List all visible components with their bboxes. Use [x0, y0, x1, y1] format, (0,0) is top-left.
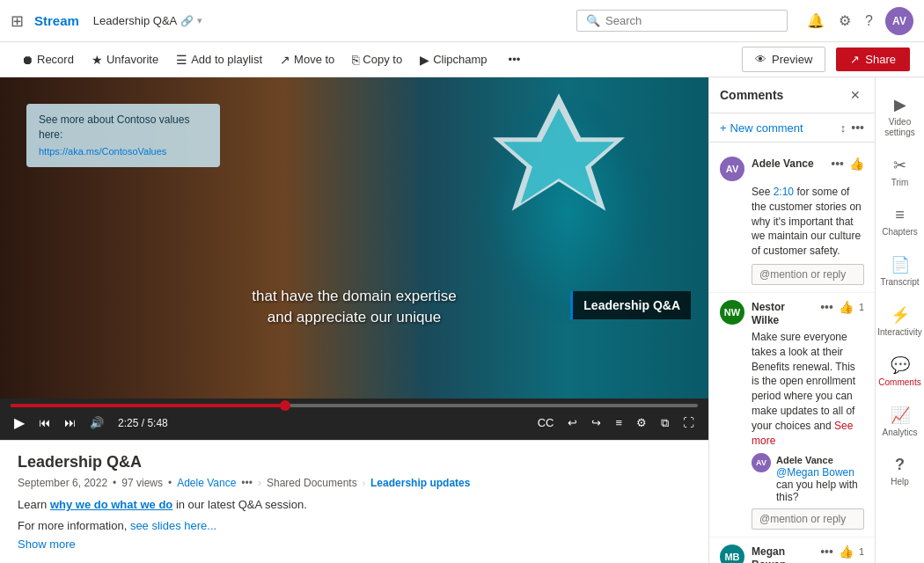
- video-title: Leadership Q&A: [18, 453, 691, 472]
- chapters-button[interactable]: ≡ Chapters: [877, 199, 923, 245]
- new-comment-bar: + New comment ↕ •••: [709, 113, 875, 143]
- reply-input-container: [752, 264, 864, 285]
- commenter-avatar: NW: [720, 300, 744, 325]
- commenter-avatar: MB: [720, 545, 744, 563]
- desc-bold-link[interactable]: why we do what we do: [50, 498, 172, 511]
- share-link-icon[interactable]: 🔗: [180, 15, 194, 27]
- caption-text: See more about Contoso values here:: [39, 113, 208, 143]
- like-button[interactable]: 👍: [839, 300, 854, 314]
- sub-text: @Megan Bowen can you help with this?: [776, 466, 864, 503]
- move-icon: ↗: [280, 53, 290, 67]
- interactivity-label: Interactivity: [877, 327, 922, 338]
- reply-input[interactable]: [752, 264, 864, 285]
- comments-panel: Comments ✕ + New comment ↕ ••• AV Adele: [709, 77, 875, 563]
- toolbar: ⏺ Record ★ Unfavorite ☰ Add to playlist …: [0, 42, 924, 77]
- grid-icon[interactable]: ⊞: [11, 11, 24, 31]
- transcript-toggle[interactable]: ≡: [612, 414, 626, 431]
- comments-side-button[interactable]: 💬 Comments: [877, 348, 923, 395]
- plus-icon: +: [720, 121, 727, 135]
- new-comment-button[interactable]: + New comment: [720, 121, 803, 135]
- move-to-button[interactable]: ↗ Move to: [273, 49, 341, 70]
- settings-button[interactable]: ⚙: [633, 414, 650, 431]
- share-button[interactable]: ↗ Share: [836, 48, 910, 71]
- transcript-button[interactable]: 📄 Transcript: [877, 248, 923, 295]
- add-to-playlist-button[interactable]: ☰ Add to playlist: [169, 49, 269, 70]
- help-side-button[interactable]: ? Help: [877, 449, 923, 494]
- progress-fill: [11, 404, 285, 407]
- search-input[interactable]: [605, 14, 778, 27]
- leadership-badge: Leadership Q&A: [570, 291, 691, 319]
- view-count: 97 views: [121, 477, 163, 489]
- timestamp-link[interactable]: 2:10: [774, 186, 794, 198]
- forward10-button[interactable]: ↪: [588, 414, 605, 431]
- clipchamp-icon: ▶: [420, 53, 429, 67]
- help-icon[interactable]: ?: [863, 11, 875, 31]
- comment-meta: Adele Vance: [752, 157, 824, 170]
- transcript-icon: 📄: [891, 255, 910, 274]
- rewind-button[interactable]: ⏮: [35, 414, 54, 431]
- breadcrumb-leadership[interactable]: Leadership updates: [370, 477, 470, 489]
- sort-button[interactable]: ↕: [840, 121, 847, 135]
- playlist-icon: ☰: [176, 53, 187, 67]
- clipchamp-button[interactable]: ▶ Clipchamp: [413, 49, 494, 70]
- caption-link[interactable]: https://aka.ms/ContosoValues: [39, 145, 208, 158]
- comment-more-button[interactable]: •••: [820, 545, 833, 558]
- avatar[interactable]: AV: [885, 7, 913, 35]
- video-more-info: For more information, see slides here...: [18, 517, 691, 535]
- fullscreen-button[interactable]: ⛶: [679, 414, 698, 431]
- comments-list: AV Adele Vance ••• 👍 See 2:10 for some o…: [709, 143, 875, 563]
- interactivity-button[interactable]: ⚡ Interactivity: [877, 298, 923, 345]
- main-content: See more about Contoso values here: http…: [0, 77, 924, 563]
- search-box[interactable]: 🔍: [576, 10, 788, 32]
- see-slides-link[interactable]: see slides here...: [130, 519, 216, 532]
- right-sidebar: Comments ✕ + New comment ↕ ••• AV Adele: [708, 77, 924, 563]
- comment-actions: ••• 👍: [831, 157, 864, 171]
- analytics-button[interactable]: 📈 Analytics: [877, 398, 923, 445]
- reply-input[interactable]: [752, 508, 864, 530]
- comment-author: Megan Bowen: [752, 545, 786, 563]
- author-link[interactable]: Adele Vance: [177, 477, 236, 489]
- analytics-icon: 📈: [891, 406, 910, 425]
- comment-more-button[interactable]: •••: [820, 301, 833, 313]
- video-player[interactable]: See more about Contoso values here: http…: [0, 77, 708, 398]
- subtitles-button[interactable]: CC: [534, 414, 558, 431]
- comment-actions: ••• 👍 1: [820, 300, 864, 314]
- video-settings-button[interactable]: ▶ Video settings: [877, 88, 923, 145]
- meta-dot3: •••: [241, 477, 253, 489]
- star-icon: ★: [92, 53, 103, 67]
- show-more-button[interactable]: Show more: [18, 537, 691, 551]
- comment-more-button[interactable]: •••: [831, 157, 844, 170]
- play-button[interactable]: ▶: [11, 413, 28, 433]
- trim-button[interactable]: ✂ Trim: [877, 149, 923, 195]
- video-controls: ▶ ⏮ ⏭ 🔊 2:25 / 5:48 CC ↩ ↪ ≡ ⚙ ⧉ ⛶: [0, 398, 708, 440]
- comment-header: AV Adele Vance ••• 👍: [720, 157, 864, 181]
- chapters-label: Chapters: [882, 227, 918, 238]
- meta-dot: •: [113, 477, 116, 489]
- breadcrumb-shared-docs[interactable]: Shared Documents: [267, 477, 357, 489]
- see-more-link[interactable]: See more: [752, 420, 853, 447]
- comments-header: Comments ✕: [709, 77, 875, 113]
- progress-bar[interactable]: [11, 404, 698, 407]
- like-button[interactable]: 👍: [839, 545, 854, 559]
- like-button[interactable]: 👍: [849, 157, 864, 171]
- record-button[interactable]: ⏺ Record: [14, 49, 81, 70]
- like-count: 1: [859, 546, 864, 557]
- more-dots-icon: •••: [509, 53, 521, 66]
- copy-to-button[interactable]: ⎘ Copy to: [345, 49, 409, 70]
- forward-button[interactable]: ⏭: [61, 414, 79, 431]
- page-name[interactable]: Leadership Q&A: [93, 14, 177, 27]
- notifications-icon[interactable]: 🔔: [805, 11, 826, 31]
- transcript-label: Transcript: [880, 277, 919, 288]
- volume-button[interactable]: 🔊: [86, 414, 107, 431]
- comment-text: See 2:10 for some of the customer storie…: [752, 185, 864, 259]
- preview-button[interactable]: 👁 Preview: [742, 47, 825, 72]
- rewind10-button[interactable]: ↩: [564, 414, 581, 431]
- unfavorite-button[interactable]: ★ Unfavorite: [84, 49, 165, 70]
- commenter-avatar: AV: [720, 157, 744, 181]
- more-options-button[interactable]: •••: [502, 49, 528, 69]
- comments-more-button[interactable]: •••: [851, 121, 864, 135]
- settings-icon[interactable]: ⚙: [837, 11, 853, 31]
- pip-button[interactable]: ⧉: [657, 414, 672, 432]
- comments-close-button[interactable]: ✕: [847, 86, 864, 104]
- preview-icon: 👁: [755, 53, 766, 66]
